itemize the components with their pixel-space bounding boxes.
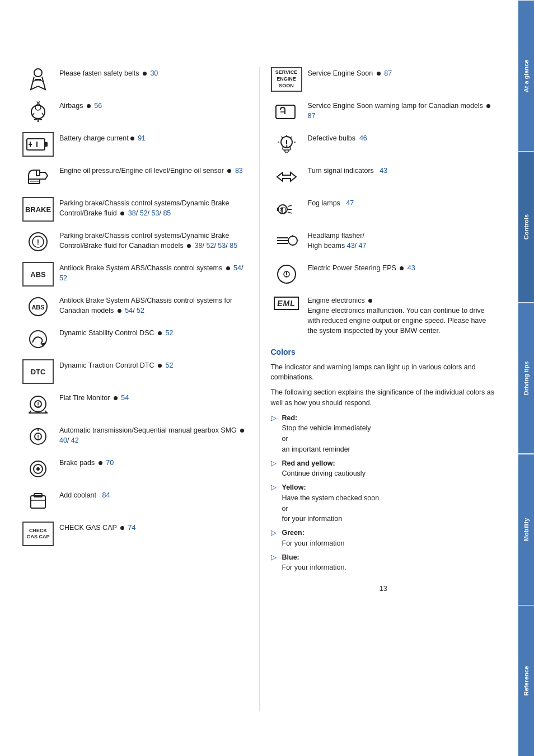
dtc-text: Dynamic Traction Control DTC 52 bbox=[59, 359, 248, 370]
colors-title: Colors bbox=[271, 348, 496, 356]
abs-canadian-link2[interactable]: 52 bbox=[137, 307, 144, 314]
svg-line-42 bbox=[291, 137, 292, 138]
indicator-flat-tire: ! Flat Tire Monitor 54 bbox=[22, 392, 248, 416]
brake-circle-link1[interactable]: 38 bbox=[195, 242, 203, 250]
brake-circle-link2[interactable]: 52 bbox=[206, 242, 214, 250]
eml-text: Engine electronics Engine electronics ma… bbox=[308, 294, 496, 336]
abs-icon: ABS bbox=[22, 262, 54, 287]
svg-point-0 bbox=[34, 69, 42, 77]
engine-oil-link[interactable]: 83 bbox=[235, 167, 243, 175]
transmission-link2[interactable]: 42 bbox=[71, 436, 79, 444]
indicator-transmission: ! Automatic transmission/Sequential manu… bbox=[22, 424, 248, 449]
svg-text:!: ! bbox=[37, 401, 39, 408]
gas-cap-link[interactable]: 74 bbox=[128, 524, 136, 532]
color-text-blue: Blue: For your information. bbox=[282, 552, 346, 574]
eml-icon: EML bbox=[271, 294, 302, 310]
svg-text:!: ! bbox=[285, 270, 288, 279]
brake-text-link4[interactable]: 85 bbox=[163, 209, 171, 217]
color-item-yellow: ▷ Yellow: Have the system checked soonor… bbox=[271, 482, 496, 524]
service-engine-link[interactable]: 87 bbox=[384, 69, 392, 77]
service-engine-canadian-link[interactable]: 87 bbox=[308, 112, 316, 120]
svg-point-31 bbox=[36, 467, 40, 471]
indicator-dsc: Dynamic Stability Control DSC 52 bbox=[22, 327, 248, 351]
indicator-eps: ! Electric Power Steering EPS 43 bbox=[271, 262, 496, 287]
headlamp-link1[interactable]: 43 bbox=[347, 242, 355, 250]
dsc-link[interactable]: 52 bbox=[165, 329, 173, 337]
brake-text-link2[interactable]: 52 bbox=[140, 209, 148, 217]
indicator-abs-canadian: ABS Antilock Brake System ABS/Chassis co… bbox=[22, 294, 248, 319]
flat-tire-icon: ! bbox=[22, 392, 54, 416]
brake-circle-link3[interactable]: 53 bbox=[218, 242, 226, 250]
coolant-icon bbox=[22, 489, 54, 514]
battery-text: Battery charge current 91 bbox=[59, 132, 248, 143]
brake-circle-link4[interactable]: 85 bbox=[229, 242, 237, 250]
flat-tire-link[interactable]: 54 bbox=[121, 394, 129, 402]
coolant-link[interactable]: 84 bbox=[102, 491, 110, 499]
transmission-link1[interactable]: 40 bbox=[59, 436, 67, 444]
svg-text:扪: 扪 bbox=[279, 206, 285, 213]
svg-point-47 bbox=[285, 145, 287, 147]
battery-link[interactable]: 91 bbox=[138, 134, 146, 142]
turn-signal-link[interactable]: 43 bbox=[380, 167, 387, 175]
dsc-text: Dynamic Stability Control DSC 52 bbox=[59, 327, 248, 338]
eps-icon: ! bbox=[271, 262, 302, 287]
brake-text-text: Parking brake/Chassis control systems/Dy… bbox=[59, 197, 248, 218]
indicator-brake-circle: ! Parking brake/Chassis control systems/… bbox=[22, 229, 248, 254]
sidebar-tab-controls[interactable]: Controls bbox=[518, 151, 534, 302]
svg-marker-48 bbox=[277, 172, 296, 181]
color-item-red-yellow: ▷ Red and yellow: Continue driving cauti… bbox=[271, 458, 496, 480]
defective-bulbs-link[interactable]: 46 bbox=[359, 134, 367, 142]
engine-oil-text: Engine oil pressure/Engine oil level/Eng… bbox=[59, 165, 248, 176]
indicator-abs: ABS Antilock Brake System ABS/Chassis co… bbox=[22, 262, 248, 287]
indicator-service-engine: SERVICEENGINESOON Service Engine Soon 87 bbox=[271, 67, 496, 92]
indicator-defective-bulbs: Defective bulbs 46 bbox=[271, 132, 496, 157]
sidebar-tab-driving-tips[interactable]: Driving tips bbox=[518, 302, 534, 453]
gas-cap-icon: CHECKGAS CAP bbox=[22, 522, 54, 546]
svg-text:!: ! bbox=[37, 434, 39, 440]
abs-canadian-link1[interactable]: 54 bbox=[125, 307, 133, 314]
sidebar-tab-at-glance[interactable]: At a glance bbox=[518, 0, 534, 151]
svg-rect-32 bbox=[31, 496, 45, 508]
svg-text:ABS: ABS bbox=[31, 304, 44, 311]
transmission-text: Automatic transmission/Sequential manual… bbox=[59, 424, 248, 445]
service-engine-text: Service Engine Soon 87 bbox=[308, 67, 496, 78]
indicator-airbags: ✕ Airbags 56 bbox=[22, 100, 248, 124]
right-column: SERVICEENGINESOON Service Engine Soon 87… bbox=[259, 67, 496, 711]
headlamp-link2[interactable]: 47 bbox=[359, 242, 367, 250]
airbags-link[interactable]: 56 bbox=[94, 102, 102, 110]
brake-pads-link[interactable]: 70 bbox=[106, 459, 114, 467]
color-item-green: ▷ Green: For your information bbox=[271, 528, 496, 549]
color-arrow-yellow: ▷ bbox=[271, 483, 279, 491]
fog-lamps-text: Fog lamps 47 bbox=[308, 197, 496, 208]
service-engine-canadian-icon bbox=[271, 100, 302, 124]
sidebar-tab-reference[interactable]: Reference bbox=[518, 605, 534, 756]
svg-line-43 bbox=[281, 137, 283, 138]
seatbelt-link[interactable]: 30 bbox=[150, 69, 158, 77]
dtc-link[interactable]: 52 bbox=[165, 361, 173, 369]
service-engine-icon: SERVICEENGINESOON bbox=[271, 67, 302, 92]
seatbelt-icon bbox=[22, 67, 54, 92]
brake-text-link3[interactable]: 53 bbox=[152, 209, 160, 217]
indicator-eml: EML Engine electronics Engine electronic… bbox=[271, 294, 496, 336]
color-arrow-green: ▷ bbox=[271, 528, 279, 537]
indicator-brake-text: BRAKE Parking brake/Chassis control syst… bbox=[22, 197, 248, 222]
fog-lamps-link[interactable]: 47 bbox=[346, 199, 354, 207]
svg-line-6 bbox=[38, 119, 42, 120]
sidebar-tab-mobility[interactable]: Mobility bbox=[518, 454, 534, 605]
abs-link2[interactable]: 52 bbox=[59, 274, 67, 282]
transmission-icon: ! bbox=[22, 424, 54, 449]
abs-link1[interactable]: 54 bbox=[233, 264, 241, 272]
color-arrow-red-yellow: ▷ bbox=[271, 459, 279, 467]
seatbelt-text: Please fasten safety belts 30 bbox=[59, 67, 248, 78]
brake-text-link1[interactable]: 38 bbox=[128, 209, 136, 217]
color-item-blue: ▷ Blue: For your information. bbox=[271, 552, 496, 574]
defective-bulbs-text: Defective bulbs 46 bbox=[308, 132, 496, 143]
eps-link[interactable]: 43 bbox=[407, 264, 415, 272]
brake-pads-text: Brake pads 70 bbox=[59, 457, 248, 468]
gas-cap-text: CHECK GAS CAP 74 bbox=[59, 522, 248, 533]
svg-rect-9 bbox=[45, 142, 48, 147]
indicator-battery: Battery charge current 91 bbox=[22, 132, 248, 157]
indicator-fog-lamps: 扪 Fog lamps 47 bbox=[271, 197, 496, 222]
indicator-dtc: DTC Dynamic Traction Control DTC 52 bbox=[22, 359, 248, 384]
indicator-gas-cap: CHECKGAS CAP CHECK GAS CAP 74 bbox=[22, 522, 248, 546]
